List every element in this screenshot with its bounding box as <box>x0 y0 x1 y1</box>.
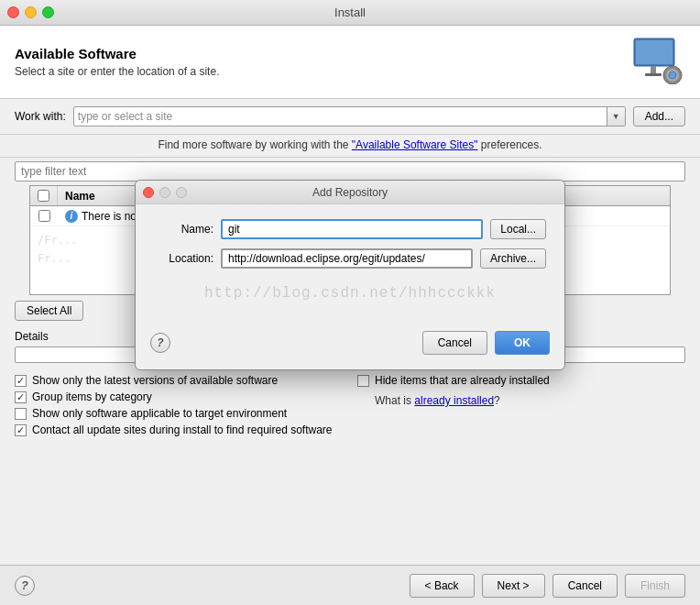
select-all-button[interactable]: Select All <box>15 301 83 321</box>
combo-arrow-icon[interactable]: ▼ <box>607 107 625 126</box>
header-checkbox-col <box>30 186 58 205</box>
what-is-row: What is already installed? <box>357 392 685 407</box>
sites-link-prefix: Find more software by working with the <box>158 138 351 151</box>
location-input[interactable] <box>221 248 473 269</box>
hide-installed-checkbox[interactable] <box>357 375 369 387</box>
modal-min-button[interactable] <box>159 187 170 198</box>
row-checkbox-col <box>30 210 58 222</box>
help-button[interactable]: ? <box>15 576 35 596</box>
close-button[interactable] <box>7 6 19 18</box>
local-button[interactable]: Local... <box>490 219 546 239</box>
modal-ok-button[interactable]: OK <box>495 331 550 355</box>
location-field-row: Location: Archive... <box>154 248 546 269</box>
svg-rect-1 <box>636 40 673 64</box>
modal-cancel-button[interactable]: Cancel <box>422 331 487 355</box>
hide-installed-label: Hide items that are already installed <box>375 374 550 387</box>
right-checkboxes: Hide items that are already installed Wh… <box>357 374 685 436</box>
group-category-checkbox[interactable] <box>15 391 27 403</box>
modal-watermark: http://blog.csdn.net/hhhccckkk <box>154 278 546 309</box>
table-watermark-text: /Fr... <box>38 234 77 247</box>
back-button[interactable]: < Back <box>410 574 475 598</box>
combo-placeholder: type or select a site <box>78 110 172 123</box>
filter-input[interactable] <box>15 161 685 182</box>
work-with-row: Work with: type or select a site ▼ Add..… <box>0 99 700 135</box>
work-with-combo[interactable]: type or select a site ▼ <box>73 106 626 126</box>
header-left: Available Software Select a site or ente… <box>15 46 219 78</box>
monitor-icon <box>630 37 684 84</box>
modal-footer: ? Cancel OK <box>136 324 564 369</box>
modal-window-controls <box>143 187 187 198</box>
work-with-label: Work with: <box>15 110 66 123</box>
show-latest-label: Show only the latest versions of availab… <box>32 374 278 387</box>
applicable-row: Show only software applicable to target … <box>15 407 343 420</box>
modal-max-button[interactable] <box>176 187 187 198</box>
table-watermark-text2: Fr... <box>38 252 71 265</box>
contact-sites-label: Contact all update sites during install … <box>32 424 333 436</box>
svg-rect-3 <box>645 73 662 76</box>
available-software-sites-link[interactable]: "Available Software Sites" <box>352 138 478 151</box>
what-is-prefix: What is <box>375 394 414 407</box>
add-button[interactable]: Add... <box>633 106 685 126</box>
name-field-row: Name: Local... <box>154 219 546 239</box>
modal-title-bar: Add Repository <box>136 181 564 204</box>
contact-sites-row: Contact all update sites during install … <box>15 424 343 436</box>
applicable-checkbox[interactable] <box>15 408 27 420</box>
what-is-suffix: ? <box>494 394 500 407</box>
page-title: Available Software <box>15 46 219 61</box>
sites-link-suffix: preferences. <box>478 138 542 151</box>
already-installed-link[interactable]: already installed <box>414 394 494 407</box>
bottom-bar: ? < Back Next > Cancel Finish <box>0 565 700 605</box>
name-input[interactable] <box>221 219 483 239</box>
modal-close-button[interactable] <box>143 187 154 198</box>
finish-button[interactable]: Finish <box>625 574 685 598</box>
left-checkboxes: Show only the latest versions of availab… <box>15 374 343 436</box>
group-category-label: Group items by category <box>32 390 152 403</box>
spacer <box>0 442 700 565</box>
contact-sites-checkbox[interactable] <box>15 424 27 436</box>
maximize-button[interactable] <box>42 6 54 18</box>
info-icon: i <box>65 210 78 223</box>
archive-button[interactable]: Archive... <box>480 248 546 269</box>
title-bar: Install <box>0 0 700 26</box>
window-title: Install <box>334 6 366 19</box>
minimize-button[interactable] <box>25 6 37 18</box>
svg-point-6 <box>669 72 676 79</box>
checkboxes-section: Show only the latest versions of availab… <box>0 368 700 442</box>
cancel-button[interactable]: Cancel <box>552 574 618 598</box>
hide-installed-row: Hide items that are already installed <box>357 374 685 387</box>
modal-body: Name: Local... Location: Archive... http… <box>136 204 564 324</box>
header-section: Available Software Select a site or ente… <box>0 26 700 99</box>
show-latest-checkbox[interactable] <box>15 375 27 387</box>
add-repository-dialog: Add Repository Name: Local... Location: … <box>135 180 565 370</box>
next-button[interactable]: Next > <box>482 574 545 598</box>
select-all-checkbox[interactable] <box>38 190 49 202</box>
window-controls <box>7 6 54 18</box>
modal-title: Add Repository <box>312 186 388 199</box>
modal-help-button[interactable]: ? <box>150 333 170 353</box>
group-category-row: Group items by category <box>15 390 343 403</box>
applicable-label: Show only software applicable to target … <box>32 407 287 420</box>
location-label: Location: <box>154 252 213 265</box>
show-latest-row: Show only the latest versions of availab… <box>15 374 343 387</box>
name-label: Name: <box>154 223 213 236</box>
page-subtitle: Select a site or enter the location of a… <box>15 65 219 78</box>
sites-link-row: Find more software by working with the "… <box>0 135 700 158</box>
row-checkbox[interactable] <box>38 210 50 222</box>
svg-rect-2 <box>651 66 656 73</box>
header-icon <box>630 37 685 87</box>
